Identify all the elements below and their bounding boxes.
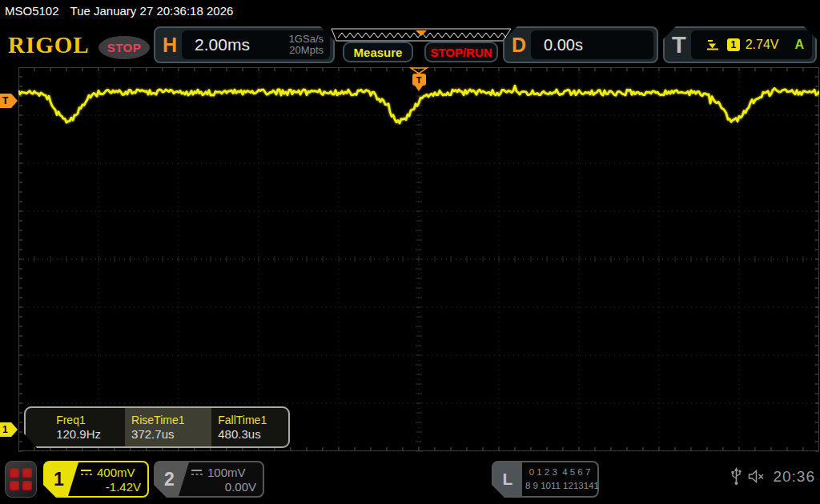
channel2-status-block[interactable]: 2 100mV 0.00V <box>154 461 264 498</box>
menu-grid-icon <box>10 468 19 478</box>
trigger-label: T <box>672 32 686 58</box>
channel1-number-tab: 1 <box>45 462 78 496</box>
trigger-mode-badge: A <box>794 38 804 52</box>
measurement-panel[interactable]: Freq1 120.9Hz RiseTime1 372.7us FallTime… <box>24 406 290 448</box>
trigger-level-value: 2.74V <box>746 38 779 52</box>
acquisition-status-badge: STOP <box>98 36 150 59</box>
channel1-status-block[interactable]: 1 400mV -1.42V <box>43 461 149 498</box>
measurement-risetime1[interactable]: RiseTime1 372.7us <box>125 408 211 446</box>
sample-rate: 1GSa/s <box>289 34 324 45</box>
horizontal-settings-block[interactable]: H 2.00ms 1GSa/s 20Mpts <box>154 26 335 63</box>
measurement-falltime1[interactable]: FallTime1 480.3us <box>211 408 288 446</box>
trigger-settings-block[interactable]: T 1 2.74V A <box>663 26 817 63</box>
status-icons: 20:36 <box>731 467 815 486</box>
memory-depth: 20Mpts <box>289 45 324 56</box>
stop-run-button[interactable]: STOP/RUN <box>424 42 498 62</box>
trigger-source-badge: 1 <box>727 38 740 51</box>
delay-settings-block[interactable]: D 0.00s <box>503 26 658 63</box>
datetime-label: Tue January 27 20:36:18 2026 <box>70 4 234 18</box>
waveform-display-area: T 1 T Freq1 120.9Hz RiseTime1 372.7us <box>18 67 819 452</box>
timebase-value: 2.00ms <box>195 35 289 54</box>
timebase-pill: 2.00ms 1GSa/s 20Mpts <box>182 30 330 59</box>
logic-channels-block[interactable]: L 0 1 2 3 4 5 6 7 8 9 1011 12131415 <box>492 461 599 498</box>
model-label: MSO5102 <box>5 4 59 18</box>
titlebar: MSO5102Tue January 27 20:36:18 2026 <box>5 4 233 18</box>
trigger-position-marker[interactable]: T <box>408 67 429 92</box>
dc-coupling-icon <box>191 469 203 476</box>
trigger-position-arrow-icon <box>413 86 424 92</box>
channel2-scale: 100mV <box>207 466 246 479</box>
falling-edge-icon <box>705 38 720 51</box>
oscilloscope-screen: MSO5102Tue January 27 20:36:18 2026 RIGO… <box>0 0 820 504</box>
rigol-logo: RIGOL <box>8 32 90 58</box>
clock-label: 20:36 <box>773 468 815 486</box>
graticule-and-trace <box>18 67 819 452</box>
channel1-scale: 400mV <box>97 466 135 479</box>
delay-label: D <box>512 34 526 57</box>
speaker-muted-icon <box>748 470 766 483</box>
logic-label-tab: L <box>493 462 522 496</box>
measurement-freq1[interactable]: Freq1 120.9Hz <box>50 408 125 446</box>
channel1-position-marker[interactable]: 1 <box>0 422 18 437</box>
horizontal-label: H <box>163 34 177 57</box>
memory-position-indicator <box>331 28 512 42</box>
trigger-pill: 1 2.74V A <box>691 30 812 59</box>
quick-menu-button[interactable] <box>5 461 37 498</box>
logic-row-8-15: 8 9 1011 12131415 <box>525 479 594 493</box>
usb-icon <box>731 467 742 486</box>
channel2-offset: 0.00V <box>191 480 256 494</box>
delay-value: 0.00s <box>544 36 583 54</box>
channel2-number-tab: 2 <box>155 462 189 496</box>
trigger-level-marker[interactable]: T <box>0 94 18 108</box>
channel1-offset: -1.42V <box>80 480 141 494</box>
measure-button[interactable]: Measure <box>343 42 413 62</box>
dc-coupling-icon <box>80 469 93 476</box>
logic-row-0-7: 0 1 2 3 4 5 6 7 <box>525 466 594 479</box>
delay-pill: 0.00s <box>531 30 653 59</box>
sample-rate-readout: 1GSa/s 20Mpts <box>289 34 324 57</box>
